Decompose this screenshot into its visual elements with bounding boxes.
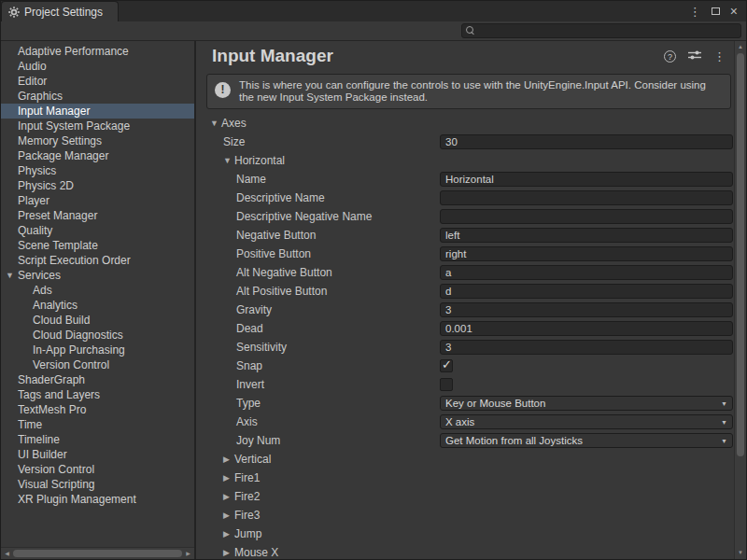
property-value-cell: ✓	[440, 359, 733, 372]
property-label[interactable]: Mouse X	[234, 546, 278, 559]
sidebar-item-physics[interactable]: Physics	[1, 163, 194, 178]
sidebar-item-ads[interactable]: Ads	[1, 283, 194, 298]
alt-negative-button-input[interactable]: a	[440, 265, 733, 280]
name-input[interactable]: Horizontal	[440, 172, 733, 187]
sensitivity-input[interactable]: 3	[440, 340, 733, 355]
sidebar-item-xr-plugin-management[interactable]: XR Plugin Management	[1, 492, 194, 507]
scrollbar-thumb[interactable]	[737, 53, 744, 456]
close-icon[interactable]: ×	[730, 5, 738, 18]
scroll-up-icon[interactable]: ▲	[735, 41, 746, 53]
property-row-gravity: Gravity3	[196, 301, 746, 319]
sidebar-item-adaptive-performance[interactable]: Adaptive Performance	[1, 44, 194, 59]
sidebar-item-textmesh-pro[interactable]: TextMesh Pro	[1, 402, 194, 417]
help-icon[interactable]: ?	[664, 50, 676, 63]
sidebar-item-input-system-package[interactable]: Input System Package	[1, 119, 194, 133]
axis-dropdown[interactable]: X axis▼	[440, 414, 733, 429]
chevron-down-icon[interactable]: ▼	[210, 119, 221, 128]
sidebar-item-cloud-build[interactable]: Cloud Build	[1, 313, 194, 328]
sidebar-item-cloud-diagnostics[interactable]: Cloud Diagnostics	[1, 328, 194, 343]
joy-num-dropdown[interactable]: Get Motion from all Joysticks▼	[440, 433, 733, 448]
sidebar-item-label: Audio	[18, 60, 47, 73]
chevron-right-icon[interactable]: ▶	[223, 529, 234, 539]
chevron-right-icon[interactable]: ▶	[223, 473, 234, 483]
sidebar-item-input-manager[interactable]: Input Manager	[1, 104, 194, 119]
property-label[interactable]: Fire2	[234, 490, 260, 503]
property-label[interactable]: Horizontal	[234, 154, 285, 167]
chevron-right-icon[interactable]: ▶	[223, 548, 234, 557]
sidebar-item-player[interactable]: Player	[1, 193, 194, 208]
tab-project-settings[interactable]: Project Settings	[1, 1, 119, 21]
property-value-cell	[440, 378, 733, 391]
sidebar-item-preset-manager[interactable]: Preset Manager	[1, 208, 194, 223]
window-menu-icon[interactable]: ⋮	[689, 6, 701, 18]
sidebar-item-label: XR Plugin Management	[18, 493, 136, 506]
sidebar-item-audio[interactable]: Audio	[1, 59, 194, 74]
panel-menu-icon[interactable]: ⋮	[713, 50, 726, 63]
property-label-cell: ▶Vertical	[210, 453, 440, 466]
sidebar-item-label: Time	[18, 418, 42, 431]
property-label-cell: ▼Axes	[210, 117, 440, 130]
property-value-cell: Get Motion from all Joysticks▼	[440, 433, 733, 448]
chevron-down-icon[interactable]: ▼	[223, 156, 234, 165]
sidebar-item-editor[interactable]: Editor	[1, 74, 194, 89]
sidebar-item-analytics[interactable]: Analytics	[1, 298, 194, 313]
gravity-input[interactable]: 3	[440, 302, 733, 317]
chevron-down-icon[interactable]: ▼	[6, 268, 14, 283]
search-box[interactable]	[461, 23, 741, 38]
sidebar-item-version-control[interactable]: Version Control	[1, 357, 194, 372]
sidebar-item-timeline[interactable]: Timeline	[1, 432, 194, 447]
chevron-right-icon[interactable]: ▶	[223, 511, 234, 520]
property-label[interactable]: Jump	[234, 527, 261, 540]
sidebar-item-shadergraph[interactable]: ShaderGraph	[1, 372, 194, 387]
scroll-left-icon[interactable]: ◀	[1, 548, 13, 559]
sidebar-item-visual-scripting[interactable]: Visual Scripting	[1, 477, 194, 492]
snap-checkbox[interactable]: ✓	[440, 359, 453, 372]
chevron-right-icon[interactable]: ▶	[223, 492, 234, 501]
sidebar-item-quality[interactable]: Quality	[1, 223, 194, 238]
size-input[interactable]: 30	[440, 134, 733, 149]
property-row-fire3: ▶Fire3	[196, 506, 746, 525]
dead-input[interactable]: 0.001	[440, 321, 733, 336]
descriptive-name-input[interactable]	[440, 190, 733, 205]
scrollbar-thumb[interactable]	[13, 550, 182, 557]
sidebar-item-script-execution-order[interactable]: Script Execution Order	[1, 253, 194, 268]
sidebar-item-label: Adaptive Performance	[18, 45, 129, 58]
property-label[interactable]: Axes	[221, 117, 247, 130]
vertical-scrollbar[interactable]: ▲ ▼	[734, 41, 746, 559]
sidebar-item-services[interactable]: ▼Services	[1, 268, 194, 283]
property-label[interactable]: Vertical	[234, 453, 271, 466]
descriptive-negative-name-input[interactable]	[440, 209, 733, 224]
scroll-right-icon[interactable]: ▶	[182, 548, 194, 559]
sidebar-item-label: Visual Scripting	[18, 478, 95, 491]
search-input[interactable]	[478, 24, 740, 37]
property-label: Joy Num	[236, 434, 280, 447]
sidebar-item-package-manager[interactable]: Package Manager	[1, 148, 194, 163]
sidebar-item-physics-2d[interactable]: Physics 2D	[1, 178, 194, 193]
info-text: This is where you can configure the cont…	[239, 79, 706, 103]
property-label-cell: ▶Jump	[210, 527, 440, 540]
invert-checkbox[interactable]	[440, 378, 453, 391]
sidebar-item-tags-and-layers[interactable]: Tags and Layers	[1, 387, 194, 402]
sidebar-horizontal-scrollbar[interactable]: ◀ ▶	[1, 547, 194, 559]
sidebar-item-label: Input Manager	[18, 105, 90, 118]
positive-button-input[interactable]: right	[440, 246, 733, 261]
property-label[interactable]: Fire3	[234, 509, 260, 522]
sidebar-item-label: UI Builder	[18, 448, 67, 461]
sidebar-item-time[interactable]: Time	[1, 417, 194, 432]
sidebar-item-memory-settings[interactable]: Memory Settings	[1, 133, 194, 148]
property-label[interactable]: Fire1	[234, 471, 260, 484]
chevron-right-icon[interactable]: ▶	[223, 455, 234, 464]
presets-icon[interactable]	[688, 49, 701, 63]
sidebar-item-version-control[interactable]: Version Control	[1, 462, 194, 477]
type-dropdown[interactable]: Key or Mouse Button▼	[440, 396, 733, 411]
maximize-icon[interactable]	[712, 7, 720, 15]
sidebar-item-ui-builder[interactable]: UI Builder	[1, 447, 194, 462]
alt-positive-button-input[interactable]: d	[440, 284, 733, 299]
scroll-down-icon[interactable]: ▼	[735, 547, 746, 559]
sidebar-item-in-app-purchasing[interactable]: In-App Purchasing	[1, 343, 194, 357]
gear-icon	[8, 7, 20, 18]
negative-button-input[interactable]: left	[440, 228, 733, 243]
sidebar-item-graphics[interactable]: Graphics	[1, 89, 194, 104]
property-row-negative-button: Negative Buttonleft	[196, 226, 746, 245]
sidebar-item-scene-template[interactable]: Scene Template	[1, 238, 194, 253]
